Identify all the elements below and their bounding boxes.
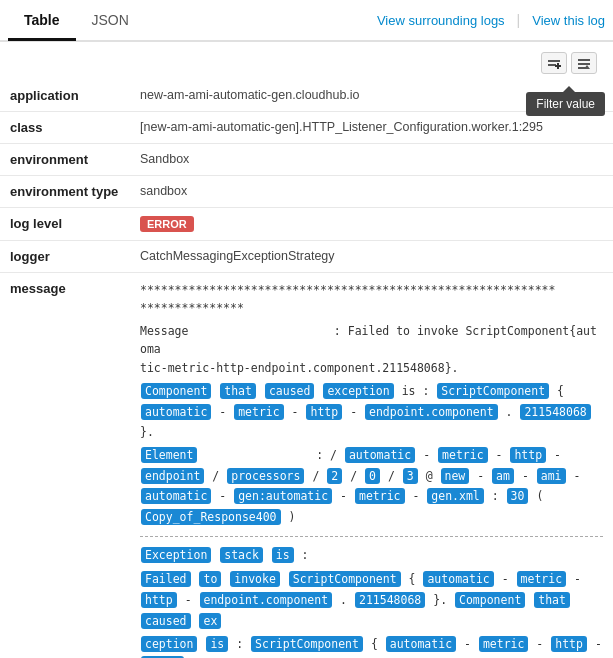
token-to: to	[199, 571, 221, 587]
table-row: logger CatchMessagingExceptionStrategy	[0, 241, 613, 273]
token-endpoint-component-2: endpoint.component	[200, 592, 333, 608]
token-scriptcomponent: ScriptComponent	[437, 383, 549, 399]
token-automatic-3: automatic	[141, 488, 211, 504]
filter-tooltip: Filter value	[526, 92, 605, 116]
link-this-log[interactable]: View this log	[532, 13, 605, 28]
message-tokens-2: Element : / automatic - metric - http - …	[140, 445, 603, 528]
token-new: new	[441, 468, 470, 484]
token-that-2: that	[534, 592, 570, 608]
token-http-3: http	[141, 592, 177, 608]
row-label-class: class	[0, 112, 130, 144]
row-label-message: message	[0, 273, 130, 659]
row-value-environment-type: sandbox	[130, 176, 613, 208]
filter-add-icon	[547, 56, 561, 70]
message-exception-body: Failed to invoke ScriptComponent { autom…	[140, 569, 603, 631]
token-ami: ami	[537, 468, 566, 484]
link-surrounding-logs[interactable]: View surrounding logs	[377, 13, 505, 28]
token-element: Element	[141, 447, 197, 463]
token-gen-xml: gen.xml	[427, 488, 483, 504]
row-label-logger: logger	[0, 241, 130, 273]
token-endpoint-2: endpoint	[141, 468, 204, 484]
token-exception-2: Exception	[141, 547, 211, 563]
message-line1: Message : Failed to invoke ScriptCompone…	[140, 322, 603, 377]
table-row: message ********************************…	[0, 273, 613, 659]
token-http-2: http	[510, 447, 546, 463]
table-row: environment Sandbox	[0, 144, 613, 176]
token-processors: processors	[227, 468, 304, 484]
token-caused: caused	[265, 383, 315, 399]
svg-rect-3	[555, 65, 561, 67]
log-table: application new-am-ami-automatic-gen.clo…	[0, 80, 613, 658]
token-211548068-2: 211548068	[355, 592, 425, 608]
token-is-text: is :	[402, 384, 430, 398]
filter-toolbar: Filter value	[0, 42, 613, 80]
row-label-log-level: log level	[0, 208, 130, 241]
tab-json[interactable]: JSON	[76, 2, 145, 41]
row-value-class: [new-am-ami-automatic-gen].HTTP_Listener…	[130, 112, 613, 144]
token-is-2: is	[272, 547, 294, 563]
token-is-3: is	[206, 636, 228, 652]
header-links: View surrounding logs | View this log	[377, 12, 605, 28]
token-30: 30	[507, 488, 529, 504]
row-value-logger: CatchMessagingExceptionStrategy	[130, 241, 613, 273]
token-automatic-4: automatic	[423, 571, 493, 587]
divider	[140, 536, 603, 537]
token-invoke: invoke	[230, 571, 280, 587]
message-stars: ****************************************…	[140, 281, 603, 318]
log-level-badge: ERROR	[140, 216, 194, 232]
token-copy-of-response400: Copy_of_Response400	[141, 509, 281, 525]
token-component: Component	[141, 383, 211, 399]
svg-rect-1	[548, 64, 556, 66]
token-http: http	[306, 404, 342, 420]
token-metric-2: metric	[438, 447, 488, 463]
token-endpoint-component: endpoint.component	[365, 404, 498, 420]
message-exception-body2: ception is : ScriptComponent { automatic…	[140, 634, 603, 658]
token-stack: stack	[220, 547, 263, 563]
row-label-environment-type: environment type	[0, 176, 130, 208]
table-row: log level ERROR	[0, 208, 613, 241]
link-separator: |	[517, 12, 521, 28]
table-row: class [new-am-ami-automatic-gen].HTTP_Li…	[0, 112, 613, 144]
message-tokens-1: Component that caused exception is : Scr…	[140, 381, 603, 443]
message-exception-header: Exception stack is :	[140, 545, 603, 566]
token-metric-4: metric	[517, 571, 567, 587]
token-automatic-5: automatic	[386, 636, 456, 652]
token-ex: ex	[199, 613, 221, 629]
token-211548068-1: 211548068	[520, 404, 590, 420]
token-0: 0	[365, 468, 380, 484]
token-automatic-2: automatic	[345, 447, 415, 463]
row-label-application: application	[0, 80, 130, 112]
filter-options-icon	[577, 56, 591, 70]
token-ception: ception	[141, 636, 197, 652]
token-gen-automatic: gen:automatic	[234, 488, 332, 504]
table-row: application new-am-ami-automatic-gen.clo…	[0, 80, 613, 112]
token-2: 2	[327, 468, 342, 484]
table-row: environment type sandbox	[0, 176, 613, 208]
token-scriptcomponent-3: ScriptComponent	[251, 636, 363, 652]
token-3: 3	[403, 468, 418, 484]
token-metric-5: metric	[479, 636, 529, 652]
token-component-2: Component	[455, 592, 525, 608]
svg-rect-0	[548, 60, 560, 62]
svg-rect-5	[578, 63, 590, 65]
filter-icons-group	[541, 48, 605, 78]
token-metric-3: metric	[355, 488, 405, 504]
token-scriptcomponent-2: ScriptComponent	[289, 571, 401, 587]
token-exception: exception	[323, 383, 393, 399]
tab-bar: Table JSON View surrounding logs | View …	[0, 0, 613, 42]
filter-add-button[interactable]	[541, 52, 567, 74]
row-label-environment: environment	[0, 144, 130, 176]
token-metric: metric	[234, 404, 284, 420]
row-value-log-level: ERROR	[130, 208, 613, 241]
row-value-message: ****************************************…	[130, 273, 613, 659]
token-caused-2: caused	[141, 613, 191, 629]
filter-options-button[interactable]	[571, 52, 597, 74]
svg-rect-4	[578, 59, 590, 61]
token-am: am	[492, 468, 514, 484]
token-http-4: http	[551, 636, 587, 652]
token-that: that	[220, 383, 256, 399]
tab-table[interactable]: Table	[8, 2, 76, 41]
token-failed: Failed	[141, 571, 191, 587]
token-automatic: automatic	[141, 404, 211, 420]
row-value-environment: Sandbox	[130, 144, 613, 176]
